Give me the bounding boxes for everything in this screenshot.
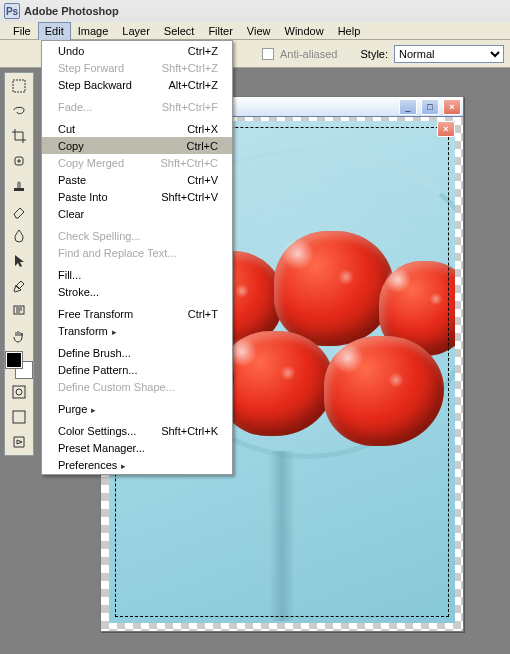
menuitem-shortcut: Ctrl+X (187, 123, 218, 135)
menuitem-color-settings[interactable]: Color Settings...Shft+Ctrl+K (42, 422, 232, 439)
menuitem-preset-manager[interactable]: Preset Manager... (42, 439, 232, 456)
menuitem-shortcut: Ctrl+Z (188, 45, 218, 57)
close-button[interactable]: × (443, 99, 461, 115)
menuitem-transform[interactable]: Transform (42, 322, 232, 339)
tool-path-select[interactable] (7, 250, 31, 272)
menuitem-define-custom-shape: Define Custom Shape... (42, 378, 232, 395)
menuitem-define-brush[interactable]: Define Brush... (42, 344, 232, 361)
menuitem-label: Preferences (58, 459, 218, 471)
menuitem-check-spelling: Check Spelling... (42, 227, 232, 244)
menuitem-step-backward[interactable]: Step BackwardAlt+Ctrl+Z (42, 76, 232, 93)
menuitem-label: Fill... (58, 269, 218, 281)
image-close-icon[interactable]: × (437, 121, 455, 137)
app-title: Adobe Photoshop (24, 5, 119, 17)
color-swatches[interactable] (6, 352, 32, 378)
menuitem-shortcut: Ctrl+C (187, 140, 218, 152)
menuitem-undo[interactable]: UndoCtrl+Z (42, 42, 232, 59)
menuitem-label: Free Transform (58, 308, 188, 320)
tool-stamp[interactable] (7, 175, 31, 197)
minimize-button[interactable]: _ (399, 99, 417, 115)
svg-rect-0 (13, 80, 25, 92)
style-select[interactable]: Normal (394, 45, 504, 63)
toolbox (4, 72, 34, 456)
menuitem-shortcut: Shft+Ctrl+F (162, 101, 218, 113)
svg-rect-4 (13, 386, 25, 398)
menuitem-label: Check Spelling... (58, 230, 218, 242)
menuitem-label: Paste (58, 174, 187, 186)
tool-crop[interactable] (7, 125, 31, 147)
screenmode-standard[interactable] (7, 406, 31, 428)
menuitem-label: Copy Merged (58, 157, 161, 169)
menuitem-label: Find and Replace Text... (58, 247, 218, 259)
menuitem-label: Transform (58, 325, 218, 337)
menuitem-cut[interactable]: CutCtrl+X (42, 120, 232, 137)
tool-marquee[interactable] (7, 75, 31, 97)
tool-heal[interactable] (7, 150, 31, 172)
menu-layer[interactable]: Layer (115, 22, 157, 40)
tool-lasso[interactable] (7, 100, 31, 122)
menuitem-shortcut: Shft+Ctrl+Z (162, 62, 218, 74)
menuitem-shortcut: Alt+Ctrl+Z (168, 79, 218, 91)
menu-edit[interactable]: Edit (38, 22, 71, 40)
menuitem-label: Define Custom Shape... (58, 381, 218, 393)
svg-rect-6 (13, 411, 25, 423)
menu-file[interactable]: File (6, 22, 38, 40)
menu-window[interactable]: Window (278, 22, 331, 40)
menuitem-free-transform[interactable]: Free TransformCtrl+T (42, 305, 232, 322)
menu-filter[interactable]: Filter (201, 22, 239, 40)
foreground-swatch[interactable] (6, 352, 22, 368)
menuitem-label: Copy (58, 140, 187, 152)
menuitem-label: Define Pattern... (58, 364, 218, 376)
menuitem-label: Paste Into (58, 191, 161, 203)
menuitem-label: Cut (58, 123, 187, 135)
svg-rect-2 (14, 188, 24, 191)
menuitem-shortcut: Shft+Ctrl+C (161, 157, 218, 169)
menubar: File Edit Image Layer Select Filter View… (0, 22, 510, 40)
tool-eraser[interactable] (7, 200, 31, 222)
menuitem-preferences[interactable]: Preferences (42, 456, 232, 473)
app-icon: Ps (4, 3, 20, 19)
menuitem-paste-into[interactable]: Paste IntoShft+Ctrl+V (42, 188, 232, 205)
tool-notes[interactable] (7, 300, 31, 322)
tool-blur[interactable] (7, 225, 31, 247)
menu-view[interactable]: View (240, 22, 278, 40)
menuitem-purge[interactable]: Purge (42, 400, 232, 417)
menuitem-label: Purge (58, 403, 218, 415)
menuitem-fill[interactable]: Fill... (42, 266, 232, 283)
menuitem-shortcut: Ctrl+T (188, 308, 218, 320)
menuitem-shortcut: Shft+Ctrl+V (161, 191, 218, 203)
menuitem-stroke[interactable]: Stroke... (42, 283, 232, 300)
svg-point-5 (16, 389, 22, 395)
menuitem-label: Preset Manager... (58, 442, 218, 454)
maximize-button[interactable]: □ (421, 99, 439, 115)
menuitem-label: Stroke... (58, 286, 218, 298)
menu-image[interactable]: Image (71, 22, 116, 40)
menuitem-clear[interactable]: Clear (42, 205, 232, 222)
tool-hand[interactable] (7, 325, 31, 347)
menuitem-define-pattern[interactable]: Define Pattern... (42, 361, 232, 378)
style-label: Style: (360, 48, 388, 60)
tool-pen[interactable] (7, 275, 31, 297)
menuitem-fade: Fade...Shft+Ctrl+F (42, 98, 232, 115)
menuitem-shortcut: Shft+Ctrl+K (161, 425, 218, 437)
menuitem-label: Define Brush... (58, 347, 218, 359)
edit-menu-dropdown: UndoCtrl+ZStep ForwardShft+Ctrl+ZStep Ba… (41, 40, 233, 475)
menuitem-paste[interactable]: PasteCtrl+V (42, 171, 232, 188)
anti-aliased-label: Anti-aliased (280, 48, 337, 60)
menuitem-label: Step Forward (58, 62, 162, 74)
menuitem-label: Step Backward (58, 79, 168, 91)
menuitem-copy[interactable]: CopyCtrl+C (42, 137, 232, 154)
menuitem-label: Clear (58, 208, 218, 220)
menuitem-label: Color Settings... (58, 425, 161, 437)
anti-aliased-checkbox[interactable] (262, 48, 274, 60)
menuitem-copy-merged: Copy MergedShft+Ctrl+C (42, 154, 232, 171)
app-titlebar: Ps Adobe Photoshop (0, 0, 510, 22)
menu-select[interactable]: Select (157, 22, 202, 40)
menuitem-label: Undo (58, 45, 188, 57)
menu-help[interactable]: Help (331, 22, 368, 40)
quickmask-standard[interactable] (7, 381, 31, 403)
menuitem-step-forward: Step ForwardShft+Ctrl+Z (42, 59, 232, 76)
jump-to-imageready[interactable] (7, 431, 31, 453)
menuitem-shortcut: Ctrl+V (187, 174, 218, 186)
menuitem-label: Fade... (58, 101, 162, 113)
